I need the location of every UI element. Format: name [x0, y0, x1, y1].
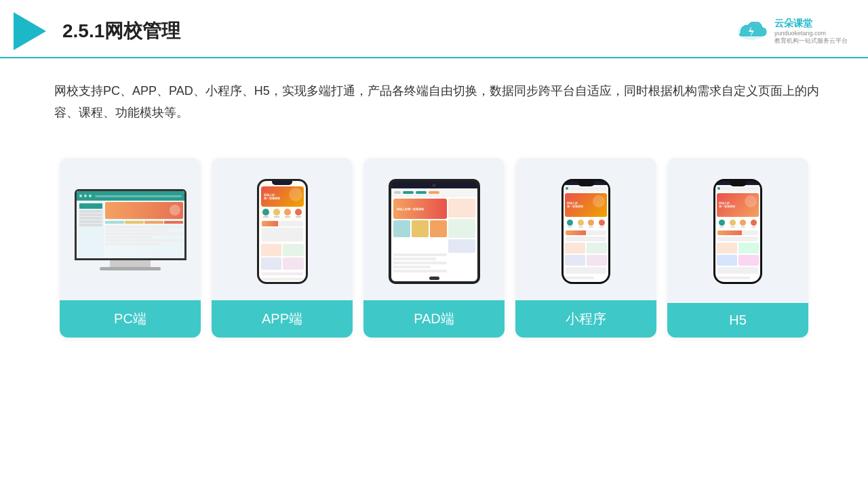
- header-left: 2.5.1网校管理: [14, 12, 180, 50]
- card-miniprogram-image: 职场人的第一堂预课程: [515, 158, 656, 300]
- card-pad: 职场人的第一堂预课程: [363, 158, 505, 338]
- pc-monitor: [75, 189, 186, 274]
- header: 2.5.1网校管理 云朵课堂 yunduoketang.com 教育机构一站式服…: [0, 0, 868, 58]
- card-app: 职场人的第一堂预课程: [212, 158, 353, 338]
- monitor-screen: [75, 189, 186, 260]
- logo-slogan: 教育机构一站式服务云平台: [774, 37, 848, 45]
- card-miniprogram-label: 小程序: [515, 300, 656, 338]
- card-pad-image: 职场人的第一堂预课程: [363, 158, 505, 300]
- miniprogram-phone: 职场人的第一堂预课程: [561, 179, 610, 284]
- logo: 云朵课堂 yunduoketang.com 教育机构一站式服务云平台: [734, 18, 848, 45]
- card-app-image: 职场人的第一堂预课程: [212, 158, 353, 300]
- h5-phone: 职场人的第一堂预课程: [713, 179, 762, 284]
- card-pc-label: PC端: [60, 300, 201, 338]
- card-pc: PC端: [60, 158, 201, 338]
- logo-english: yunduoketang.com: [774, 30, 848, 37]
- card-app-label: APP端: [212, 300, 353, 338]
- description-text: 网校支持PC、APP、PAD、小程序、H5，实现多端打通，产品各终端自由切换，数…: [54, 80, 821, 124]
- description: 网校支持PC、APP、PAD、小程序、H5，实现多端打通，产品各终端自由切换，数…: [0, 58, 868, 138]
- logo-chinese: 云朵课堂: [774, 18, 848, 30]
- card-h5-label: H5: [667, 303, 808, 338]
- card-h5-image: 职场人的第一堂预课程: [667, 158, 808, 300]
- card-h5: 职场人的第一堂预课程: [667, 158, 808, 338]
- app-phone: 职场人的第一堂预课程: [257, 179, 308, 284]
- card-pc-image: [60, 158, 201, 300]
- logo-icon: [734, 18, 769, 44]
- page-title: 2.5.1网校管理: [62, 18, 180, 44]
- card-miniprogram: 职场人的第一堂预课程: [515, 158, 656, 338]
- logo-name: 云朵课堂 yunduoketang.com 教育机构一站式服务云平台: [774, 18, 848, 45]
- card-pad-label: PAD端: [363, 300, 505, 338]
- play-icon: [14, 12, 46, 50]
- cards-container: PC端 职场人的第一堂预课程: [0, 144, 868, 358]
- pad-tablet: 职场人的第一堂预课程: [389, 179, 480, 284]
